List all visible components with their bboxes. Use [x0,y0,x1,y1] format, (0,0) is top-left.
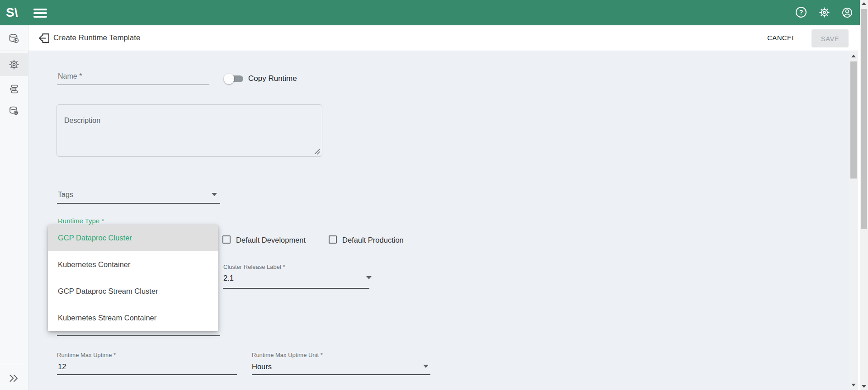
sidebar-expand-button[interactable] [0,367,28,390]
settings-gear-icon[interactable] [818,6,830,18]
scroll-down-arrow-icon[interactable] [851,384,856,386]
description-textarea[interactable]: Description [57,104,322,157]
runtime-max-uptime-input[interactable]: 12 [58,362,66,371]
copy-runtime-label: Copy Runtime [248,74,297,83]
default-development-checkbox[interactable] [222,235,231,244]
hamburger-menu-icon[interactable] [33,9,47,19]
runtime-settings-icon [8,59,20,70]
account-icon[interactable] [841,7,853,19]
cluster-release-select[interactable]: 2.1 [223,274,234,282]
stack-icon [8,83,20,95]
sidebar-divider [0,364,28,364]
cancel-button[interactable]: CANCEL [762,25,801,51]
form-scrollbar-thumb[interactable] [850,61,857,179]
default-production-checkbox[interactable] [329,235,337,244]
cluster-release-caret-icon[interactable] [366,276,372,279]
tags-underline [57,203,220,204]
resize-handle-icon[interactable] [314,148,321,157]
default-production-label: Default Production [342,236,404,244]
back-arrow-icon [38,32,50,44]
sidebar-item-runtime-templates[interactable] [0,53,28,76]
sidebar [0,25,28,390]
sidebar-item-data-stores[interactable] [0,100,28,122]
app-bar: S\ ? [0,0,860,25]
double-chevron-right-icon [8,372,20,385]
option-gcp-dataproc-cluster[interactable]: GCP Dataproc Cluster [48,225,218,251]
app-window: S\ ? [0,0,868,390]
option-kubernetes-container[interactable]: Kubernetes Container [48,251,218,278]
runtime-max-uptime-unit-label: Runtime Max Uptime Unit * [252,352,323,358]
runtime-type-dropdown-panel: GCP Dataproc Cluster Kubernetes Containe… [48,225,218,331]
runtime-type-label: Runtime Type * [58,217,104,225]
option-kubernetes-stream-container[interactable]: Kubernetes Stream Container [48,305,218,331]
back-button[interactable] [38,32,50,44]
app-logo: S\ [6,0,18,25]
name-input[interactable]: Name * [58,72,82,80]
copy-runtime-toggle-thumb[interactable] [224,74,234,84]
database-gear-icon [8,105,20,117]
form-scrollbar[interactable] [849,51,858,390]
page-scrollbar-thumb[interactable] [861,9,867,229]
default-development-label: Default Development [236,236,306,244]
runtime-max-uptime-underline [57,374,237,375]
scroll-up-arrow-icon[interactable] [862,2,866,5]
name-underline [57,85,209,85]
cluster-release-underline [223,288,369,289]
sidebar-item-data-runtimes[interactable] [0,28,28,50]
scroll-down-arrow-icon[interactable] [862,385,866,388]
sidebar-divider [0,51,28,51]
runtime-max-uptime-unit-caret-icon[interactable] [423,365,429,368]
page-scrollbar[interactable] [860,0,868,390]
description-placeholder: Description [64,117,100,125]
database-play-icon [8,33,20,45]
tags-select[interactable]: Tags [58,191,73,199]
tags-caret-icon[interactable] [212,193,217,196]
page-header: Create Runtime Template CANCEL SAVE [28,25,860,51]
runtime-max-uptime-label: Runtime Max Uptime * [57,352,116,358]
covered-field-underline [57,335,220,336]
save-button[interactable]: SAVE [811,29,849,47]
cluster-release-label: Cluster Release Label * [223,263,285,270]
scroll-up-arrow-icon[interactable] [851,55,856,57]
content-area [28,51,849,390]
page-title: Create Runtime Template [53,25,140,51]
option-gcp-dataproc-stream-cluster[interactable]: GCP Dataproc Stream Cluster [48,278,218,305]
help-icon[interactable]: ? [796,7,807,19]
sidebar-item-pipelines[interactable] [0,78,28,100]
runtime-max-uptime-unit-underline [252,374,430,375]
runtime-max-uptime-unit-select[interactable]: Hours [252,362,272,371]
